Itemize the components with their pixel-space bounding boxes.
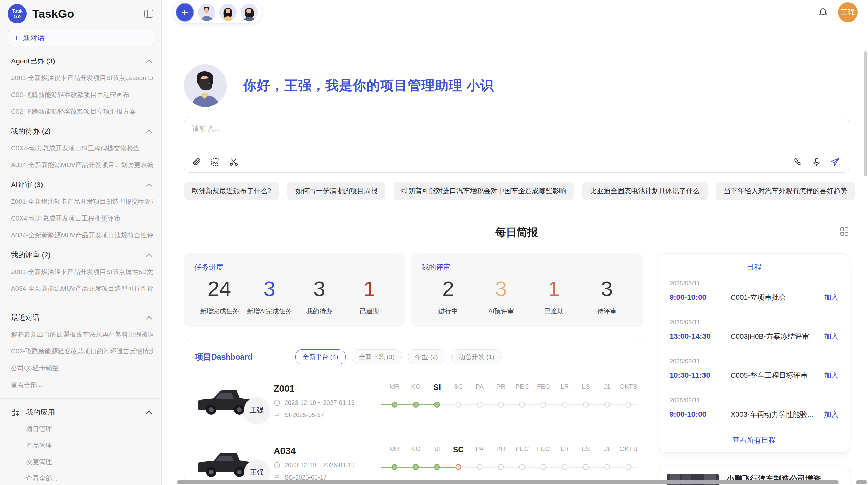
tab-new-platform[interactable]: 全新平台 (4) [295,349,346,364]
app-item-change-mgmt[interactable]: 变更管理 [26,458,153,467]
agent-avatar-3[interactable] [241,4,258,21]
join-link[interactable]: 加入 [824,371,839,380]
sidebar-item[interactable]: C02-飞腾新能源轻客改款项目的闭环通告反馈情况 [11,347,153,356]
schedule-item[interactable]: 2025/03/11 9:00-10:00 X003-车辆动力学性能验... 加… [669,389,839,428]
apps-grid-icon [11,408,20,417]
join-link[interactable]: 加入 [824,293,839,302]
schedule-time: 10:30-11:30 [670,371,731,380]
chevron-up-icon[interactable] [146,251,153,259]
section-my-review[interactable]: 我的评审 (2) [11,250,153,260]
chevron-up-icon[interactable] [146,181,153,189]
agent-avatar-1[interactable] [198,4,215,21]
microphone-icon[interactable] [812,157,821,167]
schedule-item[interactable]: 2025/03/11 13:00-14:30 C003|H0B-方案冻结评审 加… [669,311,839,350]
notification-bell-icon[interactable] [818,7,828,17]
schedule-name: C003|H0B-方案冻结评审 [731,332,820,341]
milestone-dot [626,402,631,408]
sidebar-item[interactable]: 解释最新出台的欧盟报废车法规再生塑料比例被调至15%... [11,330,153,339]
schedule-item[interactable]: 2025/03/11 10:30-11:30 C005-整车工程目标评审 加入 [669,350,839,389]
chat-input[interactable] [192,124,840,146]
horizontal-scrollbar[interactable] [177,480,839,484]
new-chat-label: 新对话 [23,33,45,43]
suggestion-chip[interactable]: 当下年轻人对汽车外观有怎样的喜好趋势 [716,182,855,200]
recent-view-all-link[interactable]: 查看全部... [11,381,153,389]
new-chat-button[interactable]: + 新对话 [8,30,154,46]
sidebar-item-my-apps[interactable]: 我的应用 [11,408,153,417]
apps-view-all-link[interactable]: 查看全部... [26,474,153,483]
chevron-up-icon[interactable] [146,57,153,65]
schedule-title: 日程 [659,262,849,272]
suggestion-chip[interactable]: 如何写一份清晰的项目周报 [287,182,385,200]
sidebar-item[interactable]: A034-全新新能源MUV产品开发项目计划变更表编写 [11,161,153,170]
milestone-track: MR KO SI SC PA PR PEC FEC LR LS J1 [381,445,641,482]
sidebar-item[interactable]: Z001-全新燃油轻卡产品开发项目SI造型提交物评审 [11,197,153,206]
schedule-name: C001-立项审批会 [731,293,820,302]
tab-year-model[interactable]: 年型 (2) [408,349,445,364]
logo-text-1: Task [12,8,23,14]
section-agent-done[interactable]: Agent已办 (3) [11,56,153,66]
section-recent-chats[interactable]: 最近对话 [11,313,153,322]
project-dashboard-card: 项目Dashboard 全新平台 (4) 全新上装 (3) 年型 (2) 动总开… [184,340,643,483]
join-link[interactable]: 加入 [824,332,839,341]
stat-value: 1 [528,274,580,303]
agent-avatar-2[interactable] [219,4,237,21]
horizontal-scrollbar-end[interactable] [856,480,867,484]
attachment-icon[interactable] [192,157,202,167]
schedule-card: 日程 2025/03/11 9:00-10:00 C001-立项审批会 加入 2… [659,253,849,453]
clock-icon [274,399,280,406]
scissors-icon[interactable] [229,157,239,167]
view-all-schedule-link[interactable]: 查看所有日程 [659,428,849,452]
layout-grid-icon[interactable] [840,227,849,236]
suggestion-chip[interactable]: 比亚迪全固态电池计划具体说了什么 [582,182,708,200]
chevron-up-icon[interactable] [146,408,153,416]
suggestion-chip[interactable]: 欧洲新规最近颁布了什么? [184,182,279,200]
sidebar-item[interactable]: Z001-全新燃油皮卡产品开发项目SI节点Lesson Learn报告 [11,74,153,83]
agent-avatar-group: + [173,1,262,24]
milestone-dot [456,402,461,408]
suggestion-chip[interactable]: 特朗普可能对进口汽车增税会对中国车企造成哪些影响 [394,182,574,200]
schedule-item[interactable]: 2025/03/11 9:00-10:00 C001-立项审批会 加入 [669,272,839,311]
app-title: TaskGo [32,7,144,21]
sidebar-item[interactable]: Z001-全新燃油轻卡产品开发项目SI节点属性5D文件评审 [11,268,153,276]
chevron-up-icon[interactable] [146,127,153,135]
project-row-a034[interactable]: 王强 A034 2023-12-19 ~ 2026-01-19 [195,438,632,483]
app-item-product-mgmt[interactable]: 产品管理 [26,441,153,450]
sidebar-item[interactable]: C02-飞腾新能源轻客改款项目里程碑画布 [11,90,153,99]
send-icon[interactable] [830,157,840,167]
sidebar-item[interactable]: C0X4-动力总成开发项目SI里程碑提交物检查 [11,144,153,153]
stat-ai-done: 3 新增AI完成任务 [244,274,294,316]
stat-label: 已逾期 [528,307,580,316]
vertical-scrollbar[interactable] [864,51,867,176]
user-avatar[interactable]: 王强 [838,2,858,22]
chevron-up-icon[interactable] [146,313,153,322]
section-label: 最近对话 [11,313,40,322]
milestone-label: J1 [604,445,611,453]
milestone-label: PEC [515,383,529,390]
tab-new-body[interactable]: 全新上装 (3) [352,349,402,364]
project-row-z001[interactable]: 王强 Z001 2023-12-19 ~ 2027-01-19 [195,375,632,427]
section-label: 我的待办 (2) [11,126,51,136]
sidebar-item[interactable]: A034-全新新能源MUV产品开发项目造型可行性评审 [11,284,153,293]
sidebar-item[interactable]: C02-飞腾新能源轻客改款项目立项汇报方案 [11,107,153,116]
milestone-label: PA [475,383,484,390]
sidebar-item[interactable]: 公司Q3轻卡销量 [11,364,153,373]
phone-call-icon[interactable] [793,157,803,167]
section-my-todo[interactable]: 我的待办 (2) [11,126,153,136]
stats-row: 任务进度 24 新增完成任务 3 新增AI完成任务 [184,253,643,327]
input-toolbar [192,157,840,167]
join-link[interactable]: 加入 [824,410,839,419]
milestone-label: FEC [537,445,550,453]
tab-powertrain[interactable]: 动总开发 (1) [451,349,502,364]
right-column: 日程 2025/03/11 9:00-10:00 C001-立项审批会 加入 2… [659,253,849,485]
milestone-dot-overdue [456,464,461,470]
sidebar-item[interactable]: C0X4-动力总成开发项目工程变更评审 [11,214,153,223]
sidebar-item[interactable]: A034-全新新能源MUV产品开发项目法规符合性评审 [11,231,153,240]
flag-icon [274,412,280,419]
project-owner-badge: 王强 [244,397,269,423]
sidebar-collapse-icon[interactable] [144,9,154,19]
input-left-tools [192,157,239,167]
app-item-project-mgmt[interactable]: 项目管理 [26,425,153,434]
image-icon[interactable] [210,157,220,167]
section-ai-review[interactable]: AI评审 (3) [11,180,153,189]
add-agent-button[interactable]: + [176,3,194,22]
